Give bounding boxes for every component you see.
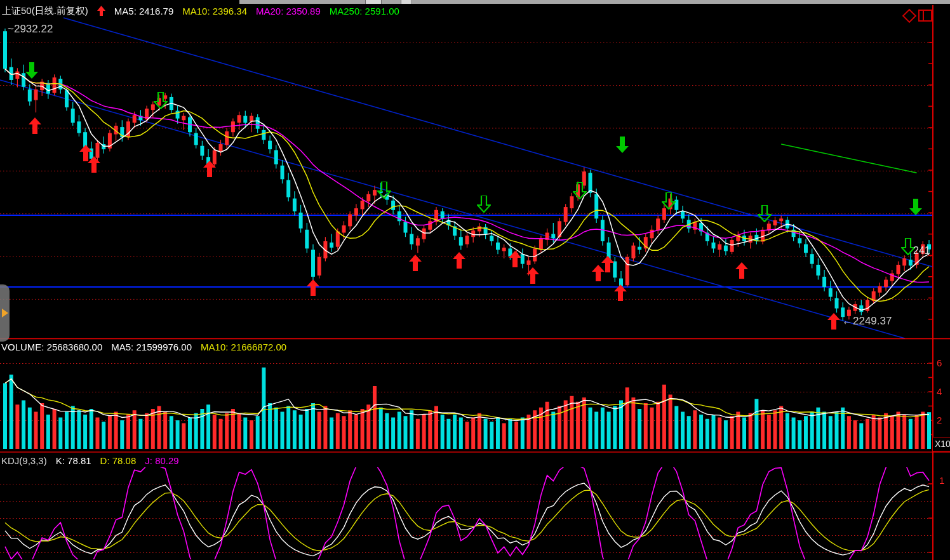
ma10-legend: MA10: 2396.34 — [182, 6, 247, 17]
kdj-title: KDJ(9,3,3) — [1, 455, 47, 466]
buy-signal-arrow — [306, 279, 320, 297]
ma250-legend: MA250: 2591.00 — [330, 6, 399, 17]
volume-unit-box: X10 — [932, 437, 950, 451]
volume-axis-label-2: 2 — [937, 415, 942, 425]
buy-signal-arrow — [203, 161, 217, 178]
sell-signal-hollow-arrow — [573, 182, 587, 199]
window-title-strip — [239, 0, 950, 4]
sell-signal-hollow-arrow — [477, 196, 491, 213]
low-price-label: ←2249.37 — [842, 315, 892, 328]
volume-header: VOLUME: 25683680.00 MA5: 21599976.00 MA1… — [1, 341, 286, 352]
ma20-legend: MA20: 2350.89 — [256, 6, 321, 17]
kdj-axis-label: 1 — [939, 475, 944, 486]
volume-unit-label: X10 — [935, 439, 950, 449]
split-panes-icon[interactable] — [918, 10, 932, 22]
title-strip-notch — [401, 0, 412, 4]
last-price-tag: 241 — [913, 245, 930, 257]
high-price-label: ~2932.22 — [8, 23, 53, 36]
kdj-header: KDJ(9,3,3) K: 78.81 D: 78.08 J: 80.29 — [1, 455, 179, 466]
side-panel-handle[interactable] — [0, 284, 10, 342]
volume-value: VOLUME: 25683680.00 — [1, 342, 102, 352]
buy-signal-arrow — [827, 313, 841, 330]
buy-signal-arrow — [452, 252, 466, 269]
kdj-d-value: D: 78.08 — [100, 455, 137, 466]
sell-signal-hollow-arrow — [758, 205, 772, 222]
volume-axis-label-6: 6 — [937, 357, 942, 368]
buy-signal-arrow — [735, 262, 749, 279]
ma5-legend: MA5: 2416.79 — [114, 6, 173, 17]
sell-signal-arrow — [615, 137, 629, 154]
sell-signal-arrow — [25, 62, 39, 79]
main-chart-header: 上证50(日线.前复权) MA5: 2416.79 MA10: 2396.34 … — [2, 5, 399, 17]
buy-signal-arrow — [87, 156, 101, 173]
kdj-k-value: K: 78.81 — [56, 455, 91, 466]
kdj-j-value: J: 80.29 — [145, 455, 178, 466]
sell-signal-hollow-arrow — [154, 92, 168, 109]
volume-axis-label-4: 4 — [937, 386, 942, 397]
sell-signal-hollow-arrow — [662, 192, 676, 210]
sell-signal-arrow — [909, 199, 923, 216]
sell-signal-hollow-arrow — [377, 182, 391, 199]
up-arrow-icon — [97, 6, 105, 16]
buy-signal-arrow — [526, 267, 540, 284]
expand-arrow-icon — [2, 309, 8, 317]
volume-ma10: MA10: 21666872.00 — [201, 342, 286, 352]
volume-ma5: MA5: 21599976.00 — [111, 342, 192, 352]
buy-signal-arrow — [408, 255, 422, 272]
buy-signal-arrow — [613, 284, 627, 302]
chart-title: 上证50(日线.前复权) — [2, 5, 88, 17]
buy-signal-arrow — [601, 256, 615, 273]
stock-chart-window: { "window": { "top_strip": {"color": "#a… — [0, 0, 950, 560]
buy-signal-arrow — [508, 251, 522, 268]
title-strip-notch — [365, 0, 382, 4]
chart-canvas[interactable] — [0, 0, 950, 560]
buy-signal-arrow — [28, 117, 42, 135]
